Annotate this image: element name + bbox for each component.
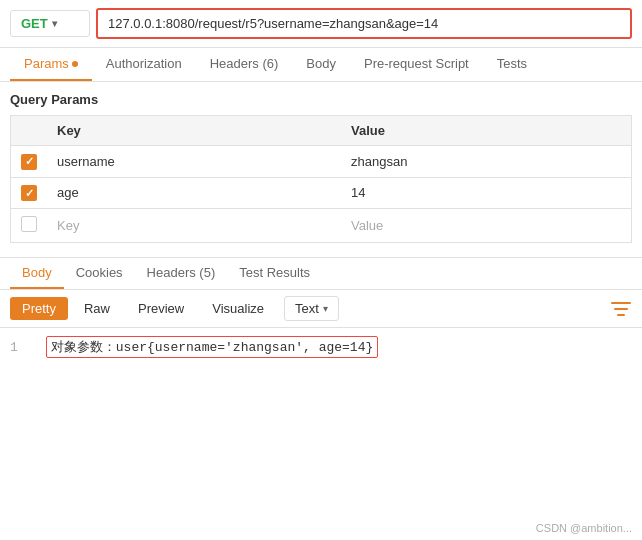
tab-headers-label: Headers (6) xyxy=(210,56,279,71)
tab-pre-request[interactable]: Pre-request Script xyxy=(350,48,483,81)
tab-body[interactable]: Body xyxy=(292,48,350,81)
format-preview[interactable]: Preview xyxy=(126,297,196,320)
response-body: 1 对象参数：user{username='zhangsan', age=14} xyxy=(0,328,642,366)
tab-params-label: Params xyxy=(24,56,69,71)
format-bar: Pretty Raw Preview Visualize Text ▾ xyxy=(0,290,642,328)
method-label: GET xyxy=(21,16,48,31)
checkbox-checked[interactable]: ✓ xyxy=(21,154,37,170)
tab-authorization[interactable]: Authorization xyxy=(92,48,196,81)
tab-response-headers-label: Headers (5) xyxy=(147,265,216,280)
row1-check[interactable]: ✓ xyxy=(11,146,48,178)
row3-check[interactable] xyxy=(11,209,48,243)
format-visualize[interactable]: Visualize xyxy=(200,297,276,320)
col-check xyxy=(11,116,48,146)
response-code-line: 对象参数：user{username='zhangsan', age=14} xyxy=(46,336,378,358)
col-key: Key xyxy=(47,116,341,146)
format-type-chevron: ▾ xyxy=(323,303,328,314)
tab-test-results[interactable]: Test Results xyxy=(227,258,322,289)
tab-headers[interactable]: Headers (6) xyxy=(196,48,293,81)
query-params-title: Query Params xyxy=(10,92,632,107)
row2-check[interactable]: ✓ xyxy=(11,177,48,209)
row1-key[interactable]: username xyxy=(47,146,341,178)
row1-value[interactable]: zhangsan xyxy=(341,146,632,178)
watermark: CSDN @ambition... xyxy=(536,522,632,534)
row2-key[interactable]: age xyxy=(47,177,341,209)
tab-cookies-label: Cookies xyxy=(76,265,123,280)
response-tabs: Body Cookies Headers (5) Test Results xyxy=(0,257,642,290)
spacer xyxy=(0,243,642,257)
row2-value[interactable]: 14 xyxy=(341,177,632,209)
params-dot xyxy=(72,61,78,67)
tab-pre-request-label: Pre-request Script xyxy=(364,56,469,71)
tab-response-body[interactable]: Body xyxy=(10,258,64,289)
tab-test-results-label: Test Results xyxy=(239,265,310,280)
method-select[interactable]: GET ▾ xyxy=(10,10,90,37)
tab-response-headers[interactable]: Headers (5) xyxy=(135,258,228,289)
url-bar: GET ▾ xyxy=(0,0,642,48)
format-raw[interactable]: Raw xyxy=(72,297,122,320)
checkbox-empty[interactable] xyxy=(21,216,37,232)
tab-tests[interactable]: Tests xyxy=(483,48,541,81)
row3-value[interactable]: Value xyxy=(341,209,632,243)
params-section: Query Params Key Value ✓ username zhangs… xyxy=(0,82,642,243)
url-input[interactable] xyxy=(96,8,632,39)
tab-params[interactable]: Params xyxy=(10,48,92,81)
tab-authorization-label: Authorization xyxy=(106,56,182,71)
request-tabs: Params Authorization Headers (6) Body Pr… xyxy=(0,48,642,82)
format-pretty[interactable]: Pretty xyxy=(10,297,68,320)
filter-icon[interactable] xyxy=(610,300,632,318)
table-row-empty: Key Value xyxy=(11,209,632,243)
table-row: ✓ username zhangsan xyxy=(11,146,632,178)
checkbox-checked-2[interactable]: ✓ xyxy=(21,185,37,201)
params-table: Key Value ✓ username zhangsan ✓ xyxy=(10,115,632,243)
method-chevron: ▾ xyxy=(52,18,57,29)
table-row: ✓ age 14 xyxy=(11,177,632,209)
col-value: Value xyxy=(341,116,632,146)
line-number: 1 xyxy=(10,340,24,355)
tab-tests-label: Tests xyxy=(497,56,527,71)
tab-cookies[interactable]: Cookies xyxy=(64,258,135,289)
tab-body-label: Body xyxy=(306,56,336,71)
format-type-label: Text xyxy=(295,301,319,316)
tab-response-body-label: Body xyxy=(22,265,52,280)
format-type-select[interactable]: Text ▾ xyxy=(284,296,339,321)
row3-key[interactable]: Key xyxy=(47,209,341,243)
